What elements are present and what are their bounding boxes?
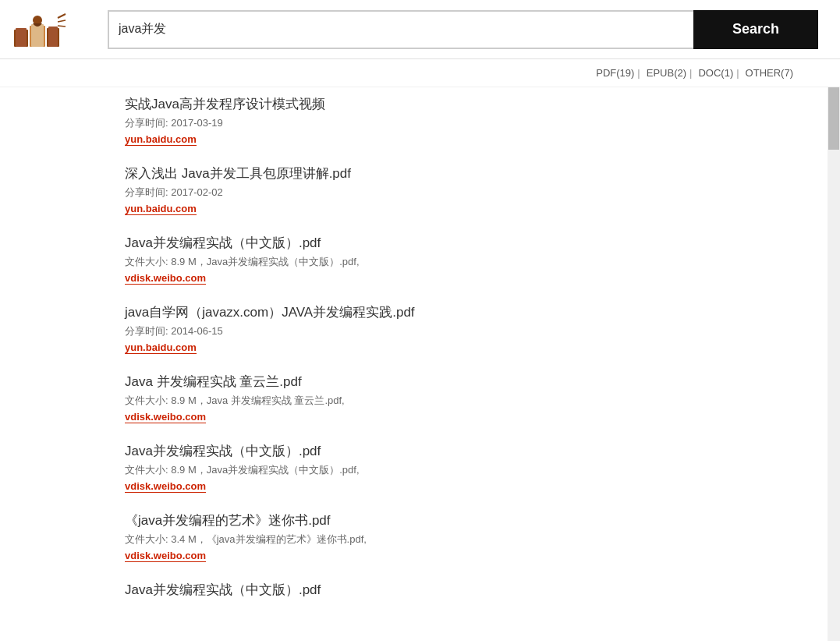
svg-rect-3 xyxy=(31,24,44,47)
result-title[interactable]: 深入浅出 Java并发工具包原理讲解.pdf xyxy=(125,165,781,182)
result-title[interactable]: Java并发编程实战（中文版）.pdf xyxy=(125,234,781,252)
filter-other[interactable]: OTHER(7) xyxy=(746,67,793,79)
search-bar: Search xyxy=(108,10,818,49)
filter-doc[interactable]: DOC(1) xyxy=(698,67,733,79)
result-item: Java并发编程实战（中文版）.pdf文件大小: 8.9 M，Java并发编程实… xyxy=(125,234,781,288)
result-item: Java 并发编程实战 童云兰.pdf文件大小: 8.9 M，Java 并发编程… xyxy=(125,373,781,426)
result-item: 深入浅出 Java并发工具包原理讲解.pdf分享时间: 2017-02-02yu… xyxy=(125,165,781,218)
svg-line-9 xyxy=(58,26,66,27)
filter-epub[interactable]: EPUB(2) xyxy=(647,67,686,79)
result-item: java自学网（javazx.com）JAVA并发编程实践.pdf分享时间: 2… xyxy=(125,303,781,357)
result-item: Java并发编程实战（中文版）.pdf文件大小: 8.9 M，Java并发编程实… xyxy=(125,442,781,496)
logo-icon xyxy=(12,10,67,49)
result-link[interactable]: yun.baidu.com xyxy=(125,341,197,354)
svg-rect-5 xyxy=(48,27,58,47)
results-list: 实战Java高并发程序设计模式视频分享时间: 2017-03-19yun.bai… xyxy=(0,87,828,641)
result-meta: 文件大小: 8.9 M，Java并发编程实战（中文版）.pdf, xyxy=(125,255,781,269)
logo-area xyxy=(12,10,98,49)
result-item: 实战Java高并发程序设计模式视频分享时间: 2017-03-19yun.bai… xyxy=(125,95,781,149)
result-link[interactable]: vdisk.weibo.com xyxy=(125,480,206,493)
filter-bar: PDF(19) | EPUB(2) | DOC(1) | OTHER(7) xyxy=(0,59,840,87)
result-title[interactable]: 实战Java高并发程序设计模式视频 xyxy=(125,95,781,113)
result-title[interactable]: Java并发编程实战（中文版）.pdf xyxy=(125,442,781,460)
svg-line-8 xyxy=(58,20,66,22)
result-meta: 文件大小: 8.9 M，Java 并发编程实战 童云兰.pdf, xyxy=(125,394,781,408)
result-meta: 分享时间: 2014-06-15 xyxy=(125,324,781,338)
result-link[interactable]: yun.baidu.com xyxy=(125,133,197,146)
result-item: Java并发编程实战（中文版）.pdf xyxy=(125,581,781,605)
result-item: 《java并发编程的艺术》迷你书.pdf文件大小: 3.4 M，《java并发编… xyxy=(125,511,781,565)
result-link[interactable]: vdisk.weibo.com xyxy=(125,272,206,285)
divider-3: | xyxy=(736,67,739,79)
content-wrapper: 实战Java高并发程序设计模式视频分享时间: 2017-03-19yun.bai… xyxy=(0,87,840,641)
search-button[interactable]: Search xyxy=(693,10,818,49)
result-meta: 分享时间: 2017-02-02 xyxy=(125,186,781,200)
result-title[interactable]: Java并发编程实战（中文版）.pdf xyxy=(125,581,781,599)
result-title[interactable]: 《java并发编程的艺术》迷你书.pdf xyxy=(125,511,781,529)
result-link[interactable]: vdisk.weibo.com xyxy=(125,550,206,562)
scrollbar-track[interactable] xyxy=(828,87,840,641)
search-input[interactable] xyxy=(108,10,693,49)
header: Search xyxy=(0,0,840,59)
result-meta: 文件大小: 3.4 M，《java并发编程的艺术》迷你书.pdf, xyxy=(125,533,781,547)
result-title[interactable]: java自学网（javazx.com）JAVA并发编程实践.pdf xyxy=(125,303,781,321)
result-meta: 分享时间: 2017-03-19 xyxy=(125,116,781,130)
svg-line-7 xyxy=(58,14,66,18)
result-link[interactable]: yun.baidu.com xyxy=(125,203,197,215)
svg-rect-1 xyxy=(16,28,27,47)
result-title[interactable]: Java 并发编程实战 童云兰.pdf xyxy=(125,373,781,391)
divider-1: | xyxy=(637,67,640,79)
scrollbar-thumb[interactable] xyxy=(828,87,839,150)
divider-2: | xyxy=(689,67,692,79)
filter-pdf[interactable]: PDF(19) xyxy=(596,67,634,79)
result-meta: 文件大小: 8.9 M，Java并发编程实战（中文版）.pdf, xyxy=(125,463,781,477)
result-link[interactable]: vdisk.weibo.com xyxy=(125,411,206,423)
